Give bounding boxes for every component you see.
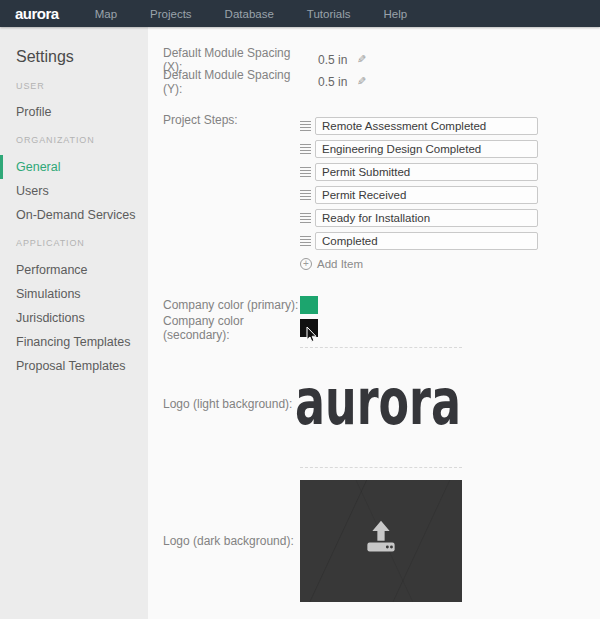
section-label-organization: ORGANIZATION xyxy=(0,134,148,146)
module-spacing-y-label: Default Module Spacing (Y): xyxy=(163,68,300,96)
section-divider xyxy=(300,347,462,348)
drag-handle-icon[interactable] xyxy=(300,190,311,200)
project-step-row xyxy=(300,209,538,227)
settings-sidebar: Settings USER Profile ORGANIZATION Gener… xyxy=(0,27,148,619)
nav-item-projects[interactable]: Projects xyxy=(150,8,192,20)
main-nav: Map Projects Database Tutorials Help xyxy=(95,8,407,20)
sidebar-item-financing-templates[interactable]: Financing Templates xyxy=(0,330,148,354)
general-settings-panel: Default Module Spacing (X): 0.5 in ✎ Def… xyxy=(148,27,600,619)
module-spacing-y-row: Default Module Spacing (Y): 0.5 in ✎ xyxy=(163,74,367,89)
logo-light-label: Logo (light background): xyxy=(163,398,292,411)
company-color-secondary-label: Company color (secondary): xyxy=(163,314,300,342)
drag-handle-icon[interactable] xyxy=(300,121,311,131)
project-step-input[interactable] xyxy=(315,232,538,250)
section-label-user: USER xyxy=(0,80,148,92)
module-spacing-y-value: 0.5 in xyxy=(318,75,347,89)
project-step-row xyxy=(300,117,538,135)
aurora-logo[interactable]: aurora xyxy=(15,5,59,22)
project-step-input[interactable] xyxy=(315,209,538,227)
project-step-row xyxy=(300,140,538,158)
drag-handle-icon[interactable] xyxy=(300,236,311,246)
drag-handle-icon[interactable] xyxy=(300,144,311,154)
company-color-primary-label: Company color (primary): xyxy=(163,298,300,312)
nav-item-database[interactable]: Database xyxy=(225,8,274,20)
module-spacing-x-value: 0.5 in xyxy=(318,53,347,67)
section-label-application: APPLICATION xyxy=(0,237,148,249)
module-spacing-x-row: Default Module Spacing (X): 0.5 in ✎ xyxy=(163,52,367,67)
sidebar-item-general[interactable]: General xyxy=(0,155,148,179)
aurora-wordmark-logo[interactable]: aurora xyxy=(295,376,467,436)
section-divider xyxy=(300,467,462,468)
project-step-input[interactable] xyxy=(315,117,538,135)
plus-circle-icon xyxy=(300,258,312,270)
sidebar-item-jurisdictions[interactable]: Jurisdictions xyxy=(0,306,148,330)
project-steps-label: Project Steps: xyxy=(163,113,238,127)
logo-dark-dropzone[interactable] xyxy=(300,480,462,602)
company-color-primary-row: Company color (primary): xyxy=(163,296,318,314)
sidebar-item-on-demand-services[interactable]: On-Demand Services xyxy=(0,203,148,227)
cursor-icon xyxy=(306,327,318,343)
primary-color-swatch[interactable] xyxy=(300,296,318,314)
edit-pencil-icon[interactable]: ✎ xyxy=(357,75,366,88)
project-step-input[interactable] xyxy=(315,186,538,204)
nav-item-help[interactable]: Help xyxy=(384,8,408,20)
sidebar-title: Settings xyxy=(0,47,148,67)
project-step-input[interactable] xyxy=(315,163,538,181)
top-navbar: aurora Map Projects Database Tutorials H… xyxy=(0,0,600,27)
project-step-row xyxy=(300,232,538,250)
edit-pencil-icon[interactable]: ✎ xyxy=(357,53,366,66)
project-step-row xyxy=(300,163,538,181)
nav-item-map[interactable]: Map xyxy=(95,8,117,20)
project-step-row xyxy=(300,186,538,204)
sidebar-item-proposal-templates[interactable]: Proposal Templates xyxy=(0,354,148,378)
sidebar-item-users[interactable]: Users xyxy=(0,179,148,203)
logo-dark-label: Logo (dark background): xyxy=(163,534,294,548)
settings-page: aurora Map Projects Database Tutorials H… xyxy=(0,0,600,619)
project-step-input[interactable] xyxy=(315,140,538,158)
sidebar-item-profile[interactable]: Profile xyxy=(0,100,148,124)
add-item-label: Add Item xyxy=(317,258,363,270)
company-color-secondary-row: Company color (secondary): xyxy=(163,319,318,337)
nav-item-tutorials[interactable]: Tutorials xyxy=(307,8,351,20)
add-item-button[interactable]: Add Item xyxy=(300,257,363,270)
upload-icon xyxy=(361,518,401,556)
svg-text:aurora: aurora xyxy=(295,376,461,436)
sidebar-item-performance-simulations[interactable]: Performance Simulations xyxy=(0,258,148,306)
drag-handle-icon[interactable] xyxy=(300,167,311,177)
drag-handle-icon[interactable] xyxy=(300,213,311,223)
